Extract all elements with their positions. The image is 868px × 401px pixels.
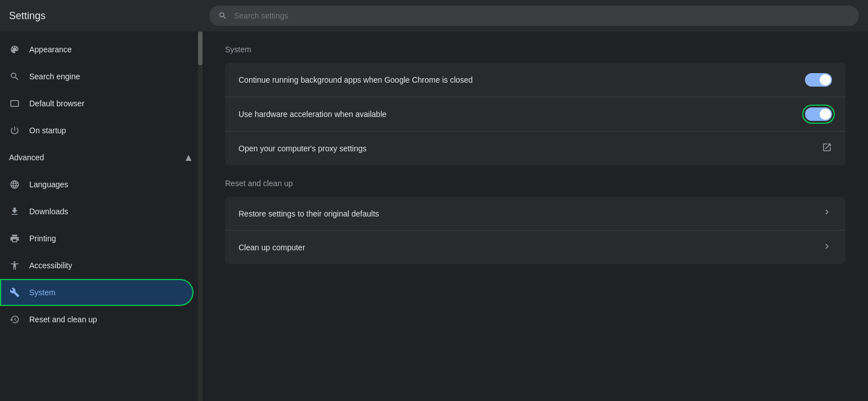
- sidebar-item-on-startup[interactable]: On startup: [0, 117, 194, 144]
- settings-title: Settings: [9, 10, 200, 22]
- background-apps-toggle-knob: [820, 74, 831, 85]
- proxy-settings-row[interactable]: Open your computer's proxy settings: [225, 132, 845, 165]
- sidebar-item-system[interactable]: System: [0, 279, 194, 306]
- sidebar-item-languages-label: Languages: [29, 180, 68, 189]
- reset-section-title: Reset and clean up: [225, 179, 845, 188]
- main-layout: Appearance Search engine Default browser…: [0, 31, 868, 401]
- advanced-label: Advanced: [9, 153, 183, 162]
- sidebar-item-downloads-label: Downloads: [29, 207, 68, 216]
- sidebar-item-search-engine-label: Search engine: [29, 72, 80, 81]
- sidebar-item-accessibility-label: Accessibility: [29, 261, 72, 270]
- search-input[interactable]: [234, 11, 850, 20]
- sidebar-item-appearance[interactable]: Appearance: [0, 36, 194, 63]
- clean-up-computer-label: Clean up computer: [239, 243, 822, 252]
- sidebar-item-default-browser[interactable]: Default browser: [0, 90, 194, 117]
- header: Settings: [0, 0, 868, 31]
- scrollbar-thumb[interactable]: [198, 31, 203, 65]
- search-bar[interactable]: [209, 6, 859, 26]
- sidebar-item-downloads[interactable]: Downloads: [0, 198, 194, 225]
- hardware-acceleration-toggle[interactable]: [805, 107, 832, 121]
- sidebar-item-default-browser-label: Default browser: [29, 99, 84, 108]
- reset-settings-card: Restore settings to their original defau…: [225, 197, 845, 264]
- restore-settings-row[interactable]: Restore settings to their original defau…: [225, 197, 845, 231]
- appearance-icon: [9, 44, 20, 55]
- background-apps-row: Continue running background apps when Go…: [225, 63, 845, 97]
- background-apps-toggle[interactable]: [805, 73, 832, 87]
- content-area: System Continue running background apps …: [203, 31, 868, 401]
- hardware-acceleration-label: Use hardware acceleration when available: [239, 110, 805, 119]
- sidebar-item-reset-label: Reset and clean up: [29, 315, 97, 324]
- proxy-settings-label: Open your computer's proxy settings: [239, 144, 822, 153]
- search-engine-icon: [9, 71, 20, 82]
- printing-icon: [9, 233, 20, 244]
- scrollbar-track: [198, 31, 203, 401]
- sidebar-item-on-startup-label: On startup: [29, 126, 66, 135]
- downloads-icon: [9, 206, 20, 217]
- advanced-section-header[interactable]: Advanced ▲: [0, 144, 203, 171]
- reset-icon: [9, 314, 20, 325]
- sidebar-item-languages[interactable]: Languages: [0, 171, 194, 198]
- accessibility-icon: [9, 260, 20, 271]
- system-section-title: System: [225, 45, 845, 54]
- sidebar-item-system-label: System: [29, 288, 56, 297]
- sidebar-item-printing[interactable]: Printing: [0, 225, 194, 252]
- search-icon: [218, 11, 227, 20]
- advanced-chevron-icon: ▲: [183, 152, 194, 164]
- default-browser-icon: [9, 98, 20, 109]
- clean-up-arrow-icon: [822, 241, 832, 254]
- sidebar-item-appearance-label: Appearance: [29, 45, 72, 54]
- hardware-acceleration-row: Use hardware acceleration when available: [225, 97, 845, 132]
- sidebar-item-search-engine[interactable]: Search engine: [0, 63, 194, 90]
- hardware-acceleration-toggle-knob: [820, 109, 831, 120]
- system-icon: [9, 287, 20, 298]
- sidebar-item-reset[interactable]: Reset and clean up: [0, 306, 194, 333]
- sidebar: Appearance Search engine Default browser…: [0, 31, 203, 401]
- languages-icon: [9, 179, 20, 190]
- sidebar-item-printing-label: Printing: [29, 234, 56, 243]
- restore-settings-arrow-icon: [822, 207, 832, 220]
- sidebar-item-accessibility[interactable]: Accessibility: [0, 252, 194, 279]
- background-apps-label: Continue running background apps when Go…: [239, 75, 805, 84]
- external-link-icon: [822, 142, 832, 155]
- restore-settings-label: Restore settings to their original defau…: [239, 209, 822, 218]
- on-startup-icon: [9, 125, 20, 136]
- system-settings-card: Continue running background apps when Go…: [225, 63, 845, 165]
- clean-up-computer-row[interactable]: Clean up computer: [225, 231, 845, 264]
